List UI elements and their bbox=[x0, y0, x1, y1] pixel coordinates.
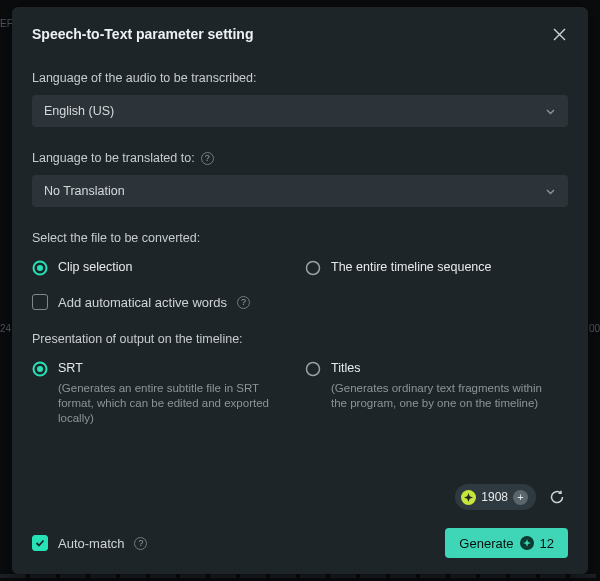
radio-label: Titles bbox=[331, 360, 561, 377]
radio-label: SRT bbox=[58, 360, 288, 377]
translation-label: Language to be translated to: ? bbox=[32, 151, 568, 165]
dialog-title: Speech-to-Text parameter setting bbox=[32, 26, 253, 42]
svg-point-1 bbox=[37, 265, 43, 271]
checkbox-label: Auto-match bbox=[58, 536, 124, 551]
bg-frag: 24 bbox=[0, 323, 11, 334]
file-select-label: Select the file to be converted: bbox=[32, 231, 568, 245]
svg-point-4 bbox=[37, 366, 43, 372]
refresh-icon bbox=[549, 489, 565, 505]
svg-point-2 bbox=[307, 262, 320, 275]
translation-value: No Translation bbox=[44, 184, 125, 198]
checkbox-unchecked-icon bbox=[32, 294, 48, 310]
close-icon bbox=[553, 28, 566, 41]
radio-unselected-icon bbox=[305, 260, 321, 276]
plus-icon: + bbox=[513, 490, 528, 505]
checkbox-auto-active-words[interactable]: Add automatical active words ? bbox=[32, 294, 568, 310]
coin-icon bbox=[461, 490, 476, 505]
radio-description: (Generates ordinary text fragments withi… bbox=[331, 381, 561, 411]
radio-description: (Generates an entire subtitle file in SR… bbox=[58, 381, 288, 426]
language-select[interactable]: English (US) bbox=[32, 95, 568, 127]
dialog-header: Speech-to-Text parameter setting bbox=[32, 25, 568, 43]
radio-clip-selection[interactable]: Clip selection bbox=[32, 259, 295, 276]
language-label: Language of the audio to be transcribed: bbox=[32, 71, 568, 85]
radio-selected-icon bbox=[32, 260, 48, 276]
language-value: English (US) bbox=[44, 104, 114, 118]
checkbox-checked-icon bbox=[32, 535, 48, 551]
radio-label: Clip selection bbox=[58, 259, 132, 276]
chevron-down-icon bbox=[545, 186, 556, 197]
radio-srt[interactable]: SRT (Generates an entire subtitle file i… bbox=[32, 360, 295, 426]
chevron-down-icon bbox=[545, 106, 556, 117]
help-icon[interactable]: ? bbox=[134, 537, 147, 550]
credits-pill[interactable]: 1908 + bbox=[455, 484, 536, 510]
radio-titles[interactable]: Titles (Generates ordinary text fragment… bbox=[305, 360, 568, 411]
refresh-button[interactable] bbox=[546, 486, 568, 508]
generate-button[interactable]: Generate 12 bbox=[445, 528, 568, 558]
checkbox-label: Add automatical active words bbox=[58, 295, 227, 310]
radio-selected-icon bbox=[32, 361, 48, 377]
stt-settings-dialog: Speech-to-Text parameter setting Languag… bbox=[12, 7, 588, 574]
translation-select[interactable]: No Translation bbox=[32, 175, 568, 207]
checkbox-auto-match[interactable]: Auto-match ? bbox=[32, 535, 147, 551]
svg-point-5 bbox=[307, 363, 320, 376]
credits-value: 1908 bbox=[481, 490, 508, 504]
help-icon[interactable]: ? bbox=[201, 152, 214, 165]
presentation-label: Presentation of output on the timeline: bbox=[32, 332, 568, 346]
button-label: Generate bbox=[459, 536, 513, 551]
radio-label: The entire timeline sequence bbox=[331, 259, 492, 276]
help-icon[interactable]: ? bbox=[237, 296, 250, 309]
cost-value: 12 bbox=[540, 536, 554, 551]
bg-frag: EF bbox=[0, 18, 13, 29]
radio-entire-timeline[interactable]: The entire timeline sequence bbox=[305, 259, 568, 276]
coin-icon bbox=[520, 536, 534, 550]
bg-frag: 00 bbox=[589, 323, 600, 334]
background-thumbnails bbox=[0, 574, 600, 578]
close-button[interactable] bbox=[550, 25, 568, 43]
radio-unselected-icon bbox=[305, 361, 321, 377]
